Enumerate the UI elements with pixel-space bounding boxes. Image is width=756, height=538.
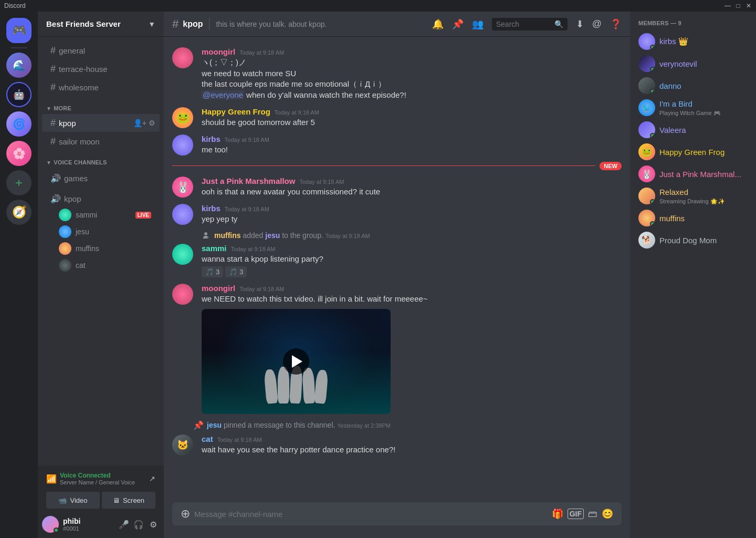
username: phibi [63, 517, 113, 525]
channel-item-kpop[interactable]: # kpop 👤+ ⚙ [42, 114, 160, 132]
emoji-button[interactable]: 😊 [602, 508, 613, 520]
server-icon-4[interactable]: 🌸 [6, 141, 32, 166]
sticker-icon[interactable]: 🗃 [588, 509, 597, 520]
message-input[interactable] [194, 504, 548, 524]
avatar-cat [59, 259, 71, 272]
add-server-button[interactable]: + [6, 170, 32, 195]
message-header-3: kirbs Today at 9:18 AM [202, 134, 622, 143]
member-info-valeera: Valeera [659, 126, 748, 134]
server-icon-3[interactable]: 🌀 [6, 111, 32, 137]
pin-timestamp: Yesterday at 2:38PM [337, 422, 391, 429]
crown-icon: 👑 [678, 37, 688, 46]
expand-voice-icon[interactable]: ↗ [149, 474, 155, 483]
user-panel: phibi #0001 🎤 🎧 ⚙ [38, 511, 164, 538]
mic-button[interactable]: 🎤 [118, 518, 130, 531]
pin-actor[interactable]: jesu [207, 421, 222, 429]
online-dot [650, 89, 655, 94]
hash-icon: # [50, 82, 56, 93]
play-button[interactable] [283, 348, 309, 375]
server-header[interactable]: Best Friends Server ▼ [38, 12, 164, 37]
avatar-kirbs-2 [172, 204, 193, 225]
reaction-emoji-2: 🎵 [229, 268, 237, 276]
member-item-relaxed[interactable]: Relaxed Streaming Drawing 🌟✨ [634, 185, 752, 207]
close-button[interactable]: ✕ [746, 3, 752, 9]
channel-name-general: general [59, 46, 155, 55]
member-name-imabird: I'm a Bird [659, 99, 692, 108]
member-item-imabird[interactable]: 🐦 I'm a Bird Playing Witch Game 🎮 [634, 97, 752, 119]
member-item-verynotevil[interactable]: verynotevil [634, 53, 752, 75]
voice-member-muffins[interactable]: muffins [55, 240, 155, 257]
timestamp-3: Today at 9:18 AM [225, 137, 269, 143]
gift-icon[interactable]: 🎁 [552, 508, 563, 520]
members-icon[interactable]: 👥 [472, 18, 484, 30]
server-icon-discord[interactable]: 🎮 [6, 18, 32, 43]
author-sammi[interactable]: sammi [202, 244, 227, 253]
mention-everyone[interactable]: @everyone [202, 90, 244, 99]
system-muffins[interactable]: muffins [214, 231, 241, 240]
message-content-7: moongirl Today at 9:18 AM we NEED to wat… [202, 284, 622, 414]
author-moongirl[interactable]: moongirl [202, 47, 235, 56]
explore-servers-button[interactable]: 🧭 [6, 200, 32, 225]
avatar-muffins-sidebar [638, 210, 655, 226]
member-item-happyfrog[interactable]: 🐸 Happy Green Frog [634, 141, 752, 163]
reaction-1[interactable]: 🎵 3 [202, 266, 223, 277]
author-happyfrog[interactable]: Happy Green Frog [202, 107, 270, 116]
screen-button[interactable]: 🖥 Screen [102, 492, 155, 509]
author-moongirl-2[interactable]: moongirl [202, 284, 235, 293]
bell-icon[interactable]: 🔔 [432, 18, 444, 30]
voice-category[interactable]: ▼ VOICE CHANNELS [38, 151, 164, 168]
search-bar[interactable]: Search 🔍 [492, 18, 568, 30]
member-item-valeera[interactable]: Valeera [634, 119, 752, 141]
author-kirbs-2[interactable]: kirbs [202, 204, 220, 213]
reactions: 🎵 3 🎵 3 [202, 266, 622, 277]
voice-member-jesu[interactable]: jesu [55, 223, 155, 240]
channel-item-sailormoon[interactable]: # sailor moon [42, 132, 160, 150]
member-info-kirbs: kirbs 👑 [659, 37, 748, 46]
gif-button[interactable]: GIF [568, 509, 584, 519]
pin-system-icon: 📌 [193, 420, 204, 430]
avatar-relaxed [638, 188, 655, 204]
member-item-danno[interactable]: danno [634, 75, 752, 97]
download-icon[interactable]: ⬇ [576, 18, 584, 30]
member-item-justapink[interactable]: 🐰 Just a Pink Marshmal... [634, 163, 752, 185]
channel-sidebar: Best Friends Server ▼ # general # terrac… [38, 12, 164, 538]
category-arrow-icon: ▼ [46, 160, 51, 165]
minimize-button[interactable]: — [724, 3, 731, 9]
voice-member-cat[interactable]: cat [55, 257, 155, 274]
settings-button[interactable]: ⚙ [147, 518, 160, 531]
avatar-kirbs-1 [172, 134, 193, 156]
server-icon-1[interactable]: 🌊 [6, 53, 32, 78]
online-dot [650, 133, 655, 138]
video-button[interactable]: 📹 Video [46, 492, 100, 509]
system-message-1: muffins added jesu to the group. Today a… [164, 229, 630, 242]
author-kirbs-1[interactable]: kirbs [202, 134, 220, 143]
settings-icon[interactable]: ⚙ [149, 119, 155, 127]
server-icon-2[interactable]: 🤖 [6, 82, 32, 107]
author-cat[interactable]: cat [202, 434, 213, 443]
add-attachment-button[interactable]: ⊕ [181, 507, 190, 521]
member-item-muffins[interactable]: muffins [634, 207, 752, 229]
member-item-prouddog[interactable]: 🐕 Proud Dog Mom [634, 229, 752, 251]
voice-member-sammi[interactable]: sammi LIVE [55, 206, 155, 223]
system-jesu[interactable]: jesu [265, 231, 280, 240]
help-icon[interactable]: ❓ [610, 18, 622, 30]
channel-item-general[interactable]: # general [42, 42, 160, 59]
channel-item-wholesome[interactable]: # wholesome [42, 78, 160, 96]
system-action-2: to the group. [282, 231, 326, 240]
reaction-2[interactable]: 🎵 3 [225, 266, 247, 277]
add-member-icon[interactable]: 👤+ [133, 119, 146, 127]
member-item-kirbs[interactable]: kirbs 👑 [634, 30, 752, 53]
video-play-overlay [202, 309, 391, 414]
channel-hash-icon: # [172, 17, 178, 31]
channel-item-terrace[interactable]: # terrace-house [42, 60, 160, 78]
message-group-2: 🐸 Happy Green Frog Today at 9:18 AM shou… [164, 105, 630, 130]
author-justapink[interactable]: Just a Pink Marshmallow [202, 177, 295, 185]
reaction-count-1: 3 [216, 268, 219, 276]
message-header-7: moongirl Today at 9:18 AM [202, 284, 622, 293]
pin-icon[interactable]: 📌 [452, 18, 464, 30]
maximize-button[interactable]: □ [735, 3, 741, 9]
headphones-button[interactable]: 🎧 [132, 518, 145, 531]
at-icon[interactable]: @ [592, 18, 602, 29]
more-category[interactable]: ▼ MORE [38, 97, 164, 113]
video-embed[interactable] [202, 309, 391, 414]
